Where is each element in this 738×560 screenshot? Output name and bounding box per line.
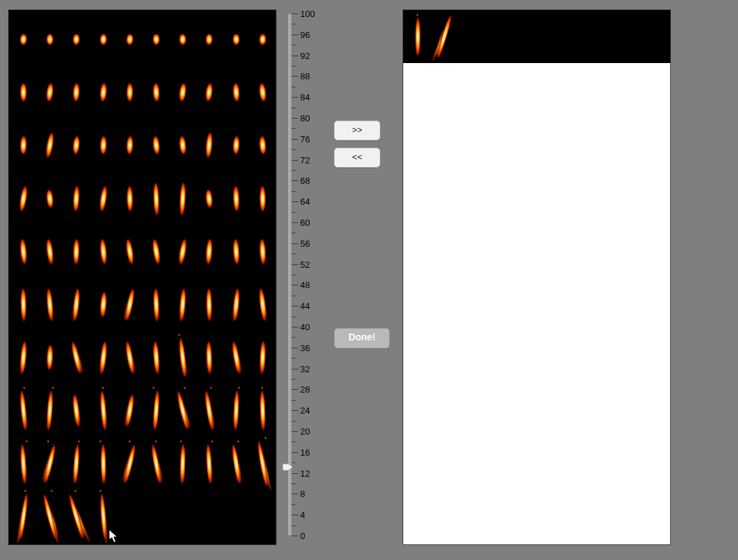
gallery-thumb[interactable] — [10, 66, 37, 119]
gallery-thumb[interactable] — [10, 119, 37, 172]
gallery-thumb[interactable] — [63, 66, 89, 119]
gallery-thumb[interactable] — [37, 331, 63, 384]
gallery-thumb[interactable] — [143, 225, 169, 278]
gallery-thumb[interactable] — [169, 172, 196, 225]
gallery-thumb[interactable] — [10, 278, 37, 331]
gallery-thumb[interactable] — [169, 384, 196, 437]
gallery-thumb[interactable] — [196, 384, 222, 437]
move-right-button[interactable]: >> — [334, 121, 380, 140]
gallery-thumb[interactable] — [143, 331, 169, 384]
gallery-thumb[interactable] — [90, 66, 117, 119]
gallery-thumb[interactable] — [63, 331, 89, 384]
gallery-thumb[interactable] — [223, 66, 249, 119]
gallery-thumb[interactable] — [117, 384, 143, 437]
gallery-thumb[interactable] — [223, 278, 249, 331]
gallery-thumb[interactable] — [249, 172, 276, 225]
gallery-thumb[interactable] — [169, 13, 196, 66]
gallery-thumb[interactable] — [223, 119, 249, 172]
gallery-thumb[interactable] — [223, 384, 249, 437]
gallery-thumb[interactable] — [143, 119, 169, 172]
gallery-thumb[interactable] — [169, 225, 196, 278]
gallery-thumb[interactable] — [223, 172, 249, 225]
gallery-thumb[interactable] — [169, 278, 196, 331]
selected-thumb[interactable] — [431, 12, 457, 61]
done-button[interactable]: Done! — [334, 328, 390, 348]
gallery-thumb[interactable] — [63, 384, 89, 437]
gallery-thumb[interactable] — [90, 437, 117, 490]
gallery-thumb[interactable] — [117, 119, 143, 172]
gallery-thumb[interactable] — [117, 66, 143, 119]
gallery-thumb[interactable] — [63, 225, 89, 278]
gallery-thumb[interactable] — [223, 225, 249, 278]
gallery-thumb[interactable] — [37, 278, 63, 331]
gallery-thumb[interactable] — [143, 278, 169, 331]
gallery-thumb[interactable] — [10, 384, 37, 437]
gallery-thumb[interactable] — [117, 13, 143, 66]
gallery-thumb[interactable] — [196, 437, 222, 490]
gallery-thumb[interactable] — [63, 172, 89, 225]
gallery-thumb[interactable] — [143, 13, 169, 66]
gallery-thumb[interactable] — [117, 278, 143, 331]
gallery-thumb[interactable] — [143, 437, 169, 490]
gallery-thumb[interactable] — [90, 331, 117, 384]
gallery-thumb[interactable] — [249, 384, 276, 437]
gallery-thumb[interactable] — [249, 13, 276, 66]
gallery-thumb[interactable] — [10, 225, 37, 278]
gallery-thumb[interactable] — [90, 13, 117, 66]
gallery-thumb[interactable] — [37, 225, 63, 278]
gallery-thumb[interactable] — [196, 225, 222, 278]
gallery-thumb[interactable] — [10, 13, 37, 66]
gallery-thumb[interactable] — [143, 384, 169, 437]
gallery-thumb[interactable] — [223, 437, 249, 490]
gallery-thumb[interactable] — [196, 13, 222, 66]
gallery-thumb[interactable] — [10, 172, 37, 225]
gallery-thumb[interactable] — [90, 119, 117, 172]
gallery-thumb[interactable] — [37, 437, 63, 490]
gallery-thumb[interactable] — [37, 172, 63, 225]
gallery-thumb[interactable] — [63, 437, 89, 490]
gallery-thumb[interactable] — [63, 490, 89, 543]
gallery-thumb[interactable] — [37, 66, 63, 119]
gallery-thumb[interactable] — [90, 384, 117, 437]
gallery-thumb[interactable] — [117, 437, 143, 490]
gallery-thumb[interactable] — [249, 119, 276, 172]
gallery-thumb[interactable] — [117, 172, 143, 225]
gallery-thumb[interactable] — [169, 66, 196, 119]
gallery-thumb[interactable] — [37, 384, 63, 437]
gallery-thumb[interactable] — [10, 490, 37, 543]
gallery-thumb[interactable] — [169, 119, 196, 172]
gallery-thumb[interactable] — [249, 331, 276, 384]
gallery-thumb[interactable] — [117, 331, 143, 384]
gallery-thumb[interactable] — [90, 172, 117, 225]
gallery-thumb[interactable] — [223, 331, 249, 384]
gallery-thumb[interactable] — [63, 278, 89, 331]
gallery-thumb[interactable] — [169, 437, 196, 490]
gallery-thumb[interactable] — [196, 119, 222, 172]
gallery-thumb[interactable] — [10, 331, 37, 384]
gallery-thumb[interactable] — [223, 13, 249, 66]
gallery-thumb[interactable] — [169, 331, 196, 384]
gallery-thumb[interactable] — [117, 225, 143, 278]
gallery-thumb[interactable] — [90, 225, 117, 278]
gallery-thumb[interactable] — [249, 225, 276, 278]
gallery-thumb[interactable] — [196, 66, 222, 119]
gallery-thumb[interactable] — [90, 278, 117, 331]
gallery-thumb[interactable] — [196, 172, 222, 225]
gallery-thumb[interactable] — [10, 437, 37, 490]
gallery-thumb[interactable] — [196, 278, 222, 331]
gallery-thumb[interactable] — [63, 13, 89, 66]
gallery-thumb[interactable] — [249, 66, 276, 119]
selected-thumb[interactable] — [405, 12, 431, 61]
gallery-thumb[interactable] — [249, 278, 276, 331]
move-left-button[interactable]: << — [334, 148, 380, 167]
gallery-thumb[interactable] — [37, 490, 63, 543]
gallery-thumb[interactable] — [143, 172, 169, 225]
gallery-thumb[interactable] — [37, 13, 63, 66]
gallery-thumb[interactable] — [63, 119, 89, 172]
gallery-thumb[interactable] — [249, 437, 276, 490]
gallery-thumb[interactable] — [143, 66, 169, 119]
gallery-thumb[interactable] — [196, 331, 222, 384]
gallery-thumb[interactable] — [90, 490, 117, 543]
threshold-slider[interactable]: 1009692888480767268646056524844403632282… — [285, 14, 318, 536]
gallery-thumb[interactable] — [37, 119, 63, 172]
